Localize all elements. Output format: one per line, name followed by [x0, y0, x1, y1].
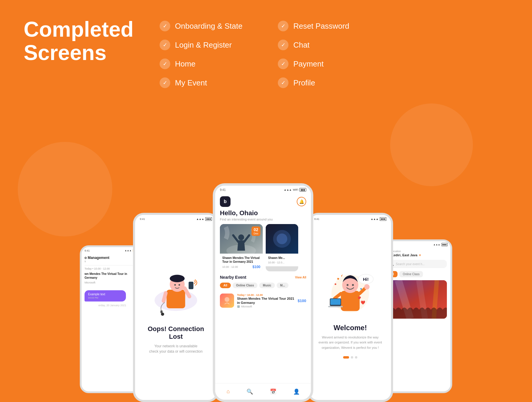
- chat-event-org: Microsoft: [85, 281, 95, 284]
- svg-point-22: [347, 284, 348, 286]
- greeting-text: Hello, Ohaio: [220, 209, 306, 217]
- nearby-event-thumb: [220, 294, 234, 308]
- feature-login: ✓ Login & Register: [160, 40, 242, 50]
- home-screen: 9:41 ▲▲▲ WiFi ▮▮▮ b 🔔 Hello, Ohaio Find …: [215, 186, 311, 400]
- svg-point-23: [352, 284, 354, 286]
- check-icon-2: ✓: [160, 40, 170, 50]
- nearby-event-date: Today • 10.00 - 12.00: [237, 294, 295, 296]
- nav-profile-icon[interactable]: 👤: [293, 388, 300, 395]
- connection-lost-desc: Your network is unavailable check your d…: [149, 343, 203, 354]
- connection-lost-illustration: [149, 263, 202, 316]
- feature-chat: ✓ Chat: [278, 40, 349, 50]
- nav-search-icon[interactable]: 🔍: [246, 388, 253, 395]
- phones-container: 9:41 ▲▲▲ 📶 ■ o Management s ⋮ Today • 10…: [0, 130, 532, 402]
- event-card-1[interactable]: 02 Des Shawn Mendes The Virtual Tour in …: [220, 224, 263, 271]
- features-list: ✓ Onboarding & State ✓ Login & Register …: [160, 21, 349, 88]
- svg-point-10: [179, 284, 180, 286]
- phone-welcome: 9:41 ▲▲▲ ■■■: [307, 213, 393, 402]
- status-time-4: 9:41: [314, 218, 319, 221]
- event-1-time: 10.00 - 12.00: [222, 265, 238, 268]
- search-event-image: [387, 280, 447, 319]
- svg-point-8: [161, 312, 164, 316]
- feature-onboarding: ✓ Onboarding & State: [160, 21, 242, 31]
- location-value[interactable]: 📍 Kediri, East Java ▼: [387, 253, 447, 257]
- check-icon-7: ✓: [278, 59, 288, 69]
- chat-event-date: Today • 10.00 - 12.00: [85, 267, 140, 270]
- location-text: Kediri, East Java: [391, 253, 417, 257]
- search-filter-row: All Online Class: [387, 271, 447, 277]
- nearby-event-item[interactable]: Today • 10.00 - 12.00 Shawn Mendes The V…: [220, 291, 306, 310]
- chat-bubble: Example text 04:03 PM: [85, 290, 126, 302]
- feature-home: ✓ Home: [160, 59, 242, 69]
- phone-connection-lost: 9:41 ▲▲▲ ■■■: [133, 213, 219, 402]
- filter-tab-music[interactable]: Music: [259, 283, 275, 288]
- feature-reset-password: ✓ Reset Password: [278, 21, 349, 31]
- view-all-link[interactable]: View All: [295, 276, 306, 279]
- location-dropdown-icon[interactable]: ▼: [419, 254, 421, 257]
- nearby-section: Nearby Event View All All Online Class M…: [215, 271, 311, 313]
- svg-point-9: [174, 284, 176, 286]
- event-2-time: 10.00 - 12.0...: [268, 261, 285, 264]
- event-card-2-image: [266, 224, 298, 254]
- nav-home-icon[interactable]: ⌂: [226, 388, 230, 395]
- dot-1: [343, 356, 349, 359]
- featured-events-scroll[interactable]: 02 Des Shawn Mendes The Virtual Tour in …: [215, 224, 311, 271]
- feature-myevent: ✓ My Event: [160, 77, 242, 88]
- dot-2: [351, 356, 353, 359]
- svg-text:Hi!: Hi!: [363, 277, 369, 281]
- svg-point-3: [170, 275, 184, 282]
- phone-home: 9:41 ▲▲▲ WiFi ▮▮▮ b 🔔 Hello, Ohaio Find …: [213, 183, 313, 402]
- home-greeting: Hello, Ohaio Find an interesting event a…: [215, 209, 311, 224]
- notification-bell-icon[interactable]: 🔔: [297, 197, 306, 206]
- event-card-2[interactable]: Shawn Me... 10.00 - 12.0...: [266, 224, 298, 271]
- search-filter-online[interactable]: Online Class: [399, 271, 423, 277]
- svg-point-16: [277, 234, 287, 244]
- svg-point-24: [364, 284, 369, 289]
- welcome-illustration: Hi! ❤️ ❤️: [321, 259, 380, 318]
- connection-lost-body: Oops! Connection Lost Your network is un…: [135, 222, 217, 395]
- svg-point-13: [238, 234, 244, 240]
- dots-indicator: [343, 356, 357, 359]
- bubble-time: 04:03 PM: [88, 296, 122, 299]
- search-placeholder-text: Search your event h...: [396, 262, 425, 266]
- event-1-date-badge: 02 Des: [252, 226, 260, 236]
- event-1-title: Shawn Mendes The Virtual Tour in Germany…: [222, 256, 260, 264]
- filter-tab-online[interactable]: Online Class: [233, 283, 258, 288]
- check-icon-4: ✓: [160, 77, 170, 88]
- svg-rect-26: [330, 299, 341, 305]
- features-col-1: ✓ Onboarding & State ✓ Login & Register …: [160, 21, 242, 88]
- app-logo: b: [220, 196, 231, 207]
- check-icon-3: ✓: [160, 59, 170, 69]
- svg-rect-5: [189, 282, 193, 289]
- svg-text:❤️: ❤️: [361, 300, 365, 305]
- nearby-title: Nearby Event: [220, 275, 246, 280]
- event-1-price: $100: [252, 265, 260, 269]
- welcome-desc: Wevent arrived to revolutionize the way …: [315, 335, 385, 351]
- status-bar-3: 9:41 ▲▲▲ WiFi ▮▮▮: [215, 186, 311, 193]
- event-2-title: Shawn Me...: [268, 256, 296, 260]
- main-title: Completed Screens: [24, 18, 136, 64]
- filter-tab-more[interactable]: M...: [277, 283, 289, 288]
- bubble-text: Example text: [88, 293, 122, 296]
- event-card-1-info: Shawn Mendes The Virtual Tour in Germany…: [220, 254, 263, 271]
- welcome-title: Welcome!: [334, 324, 367, 332]
- nearby-event-title: Shawn Mendes The Virtual Tour 2021 in Ge…: [237, 296, 295, 305]
- filter-tab-all[interactable]: All: [220, 283, 231, 288]
- nearby-header: Nearby Event View All: [220, 275, 306, 280]
- search-screen: My Location 📍 Kediri, East Java ▼ 🔍 Sear…: [383, 247, 450, 321]
- check-icon-1: ✓: [160, 21, 170, 31]
- dot-3: [355, 356, 357, 359]
- find-events-text: Find an interesting event around you: [220, 218, 306, 221]
- feature-profile: ✓ Profile: [278, 77, 349, 88]
- bottom-nav: ⌂ 🔍 📅 👤: [215, 383, 311, 400]
- search-bar[interactable]: 🔍 Search your event h...: [387, 260, 447, 268]
- welcome-body: Hi! ❤️ ❤️ Welcome! Wevent arrived to rev…: [309, 222, 391, 395]
- status-time-3: 9:41: [220, 188, 226, 192]
- nav-calendar-icon[interactable]: 📅: [270, 388, 276, 395]
- svg-rect-1: [167, 290, 185, 308]
- my-location-label: My Location: [387, 250, 447, 253]
- event-card-2-info: Shawn Me... 10.00 - 12.0...: [266, 254, 298, 266]
- chat-bottom-date: erday, 20 January 2021: [85, 304, 140, 307]
- status-time-1: 9:41: [85, 249, 90, 252]
- svg-rect-20: [341, 291, 360, 311]
